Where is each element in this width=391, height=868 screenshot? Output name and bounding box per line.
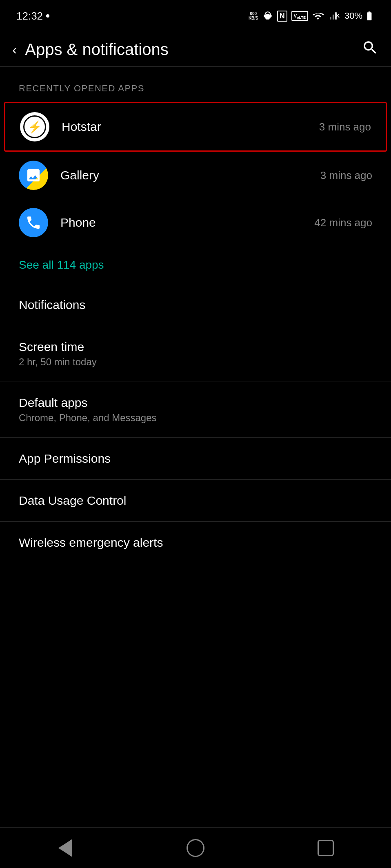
page-title: Apps & notifications	[25, 40, 353, 59]
status-icons: 000 KB/S N VoLTE ✕ 30%	[249, 10, 375, 22]
nfc-icon: N	[277, 11, 287, 22]
app-name-phone: Phone	[60, 216, 96, 230]
menu-item-screen-time[interactable]: Screen time 2 hr, 50 min today	[0, 326, 391, 382]
signal-x-icon: ✕	[334, 11, 340, 20]
status-bar: 12:32 000 KB/S N VoLTE ✕ 30	[0, 0, 391, 29]
menu-item-app-permissions[interactable]: App Permissions	[0, 438, 391, 479]
see-all-apps-link[interactable]: See all 114 apps	[0, 246, 391, 284]
app-bar: ‹ Apps & notifications	[0, 33, 391, 66]
phone-app-icon	[19, 208, 48, 237]
app-item-gallery[interactable]: Gallery 3 mins ago	[0, 152, 391, 199]
menu-item-notifications-title: Notifications	[19, 298, 372, 312]
back-nav-icon	[58, 839, 72, 857]
hotstar-app-icon: ⚡	[20, 112, 49, 141]
menu-item-default-apps-subtitle: Chrome, Phone, and Messages	[19, 412, 372, 424]
menu-item-screen-time-title: Screen time	[19, 340, 372, 354]
menu-item-emergency-alerts-title: Wireless emergency alerts	[19, 536, 372, 550]
battery-icon: 30%	[344, 11, 375, 21]
app-item-phone[interactable]: Phone 42 mins ago	[0, 199, 391, 246]
recents-nav-button[interactable]	[309, 832, 342, 864]
home-nav-icon	[187, 839, 204, 857]
menu-item-notifications[interactable]: Notifications	[0, 284, 391, 326]
recents-nav-icon	[318, 840, 334, 856]
app-name-gallery: Gallery	[60, 168, 99, 182]
app-time-phone: 42 mins ago	[314, 216, 372, 229]
app-time-gallery: 3 mins ago	[320, 169, 372, 182]
app-item-hotstar[interactable]: ⚡ Hotstar 3 mins ago	[4, 102, 387, 152]
data-speed-icon: 000 KB/S	[249, 11, 258, 20]
menu-item-emergency-alerts[interactable]: Wireless emergency alerts	[0, 522, 391, 563]
back-nav-button[interactable]	[49, 832, 82, 864]
menu-item-screen-time-subtitle: 2 hr, 50 min today	[19, 356, 372, 368]
section-label-recently-opened: RECENTLY OPENED APPS	[0, 67, 391, 102]
app-time-hotstar: 3 mins ago	[319, 121, 371, 133]
status-time: 12:32	[16, 10, 49, 22]
alarm-icon	[262, 11, 273, 21]
menu-item-default-apps[interactable]: Default apps Chrome, Phone, and Messages	[0, 382, 391, 437]
volte-icon: VoLTE	[291, 11, 308, 21]
back-button[interactable]: ‹	[12, 42, 17, 57]
menu-item-data-usage[interactable]: Data Usage Control	[0, 480, 391, 521]
app-name-hotstar: Hotstar	[62, 120, 101, 134]
notification-dot	[46, 14, 49, 18]
menu-item-data-usage-title: Data Usage Control	[19, 494, 372, 508]
bottom-nav	[0, 827, 391, 868]
wifi-icon	[312, 10, 324, 22]
gallery-app-icon	[19, 161, 48, 190]
search-button[interactable]	[362, 39, 379, 60]
menu-item-app-permissions-title: App Permissions	[19, 452, 372, 466]
menu-item-default-apps-title: Default apps	[19, 396, 372, 410]
home-nav-button[interactable]	[179, 832, 212, 864]
